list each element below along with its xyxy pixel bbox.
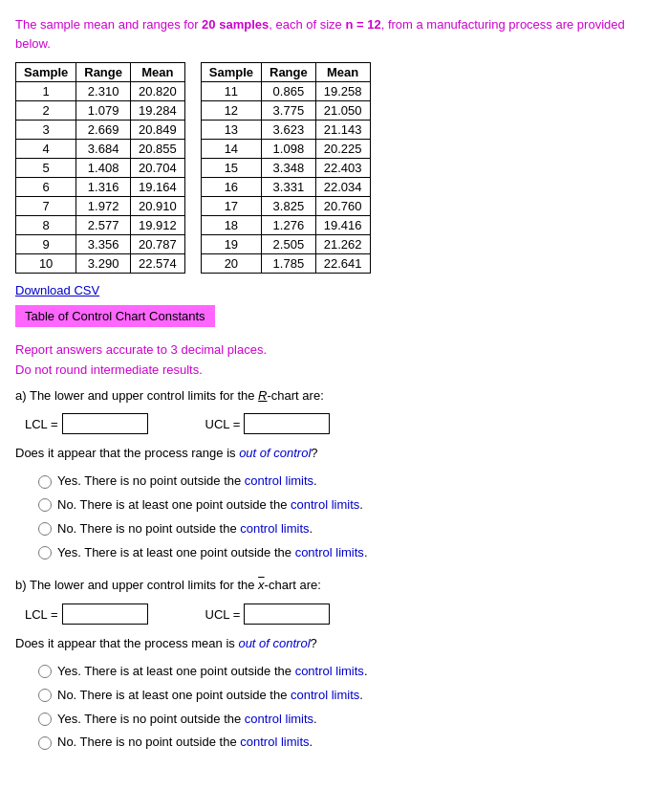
table-cell: 19.258: [315, 82, 370, 101]
section-b-ucl-input[interactable]: [244, 604, 330, 625]
section-a-question-prefix: Does it appear that the process range is: [15, 446, 239, 460]
radio-item: No. There is no point outside the contro…: [38, 519, 632, 539]
table-row: 123.77521.050: [201, 101, 370, 121]
section-b-question-italic: out of control: [238, 636, 310, 650]
radio-label[interactable]: No. There is no point outside the contro…: [57, 733, 313, 753]
section-b-lcl-input[interactable]: [62, 604, 148, 625]
radio-label[interactable]: No. There is at least one point outside …: [57, 686, 363, 706]
table-cell: 9: [16, 235, 76, 254]
table-row: 12.31020.820: [16, 82, 185, 101]
section-a-lcl-label: LCL =: [25, 417, 58, 431]
col-header-range-l: Range: [76, 63, 131, 82]
radio-input[interactable]: [38, 522, 52, 536]
section-b: b) The lower and upper control limits fo…: [15, 576, 632, 753]
col-header-mean-l: Mean: [130, 63, 184, 82]
radio-input[interactable]: [38, 713, 52, 726]
table-cell: 3.684: [76, 140, 131, 159]
table-row: 32.66920.849: [16, 121, 185, 140]
radio-item: Yes. There is no point outside the contr…: [38, 710, 632, 730]
table-cell: 3.348: [262, 159, 316, 178]
table-cell: 21.262: [315, 235, 370, 254]
table-cell: 21.050: [315, 101, 370, 121]
table-cell: 20.910: [130, 197, 184, 216]
table-cell: 12: [201, 101, 261, 121]
table-cell: 3.623: [262, 121, 316, 140]
table-cell: 22.403: [315, 159, 370, 178]
table-cell: 16: [201, 178, 261, 197]
radio-label[interactable]: Yes. There is at least one point outside…: [57, 543, 368, 563]
table-cell: 15: [201, 159, 261, 178]
control-chart-constants-button[interactable]: Table of Control Chart Constants: [15, 305, 215, 327]
radio-item: No. There is no point outside the contro…: [38, 733, 632, 753]
section-a-options: Yes. There is no point outside the contr…: [38, 472, 632, 562]
table-cell: 14: [201, 140, 261, 159]
table-cell: 20.855: [130, 140, 184, 159]
radio-input[interactable]: [38, 546, 52, 560]
tables-container: Sample Range Mean 12.31020.82021.07919.2…: [15, 62, 632, 274]
radio-label[interactable]: Yes. There is no point outside the contr…: [57, 710, 317, 730]
section-b-question: Does it appear that the process mean is …: [15, 634, 632, 654]
table-cell: 1.785: [262, 254, 316, 274]
section-a-lcl-ucl: LCL = UCL =: [25, 413, 632, 434]
table-cell: 11: [201, 82, 261, 101]
intro-text: The sample mean and ranges for 20 sample…: [15, 15, 632, 53]
table-cell: 2.577: [76, 216, 131, 235]
radio-input[interactable]: [38, 665, 52, 678]
section-b-question-suffix: ?: [311, 636, 317, 650]
radio-input[interactable]: [38, 475, 52, 489]
table-cell: 2.669: [76, 121, 131, 140]
table-row: 93.35620.787: [16, 235, 185, 254]
table-cell: 20.849: [130, 121, 184, 140]
radio-input[interactable]: [38, 736, 52, 750]
section-b-lcl-label: LCL =: [25, 607, 58, 622]
table-row: 110.86519.258: [201, 82, 370, 101]
radio-item: No. There is at least one point outside …: [38, 495, 632, 516]
radio-input[interactable]: [38, 498, 52, 512]
table-cell: 20.760: [315, 197, 370, 216]
table-row: 82.57719.912: [16, 216, 185, 235]
instructions: Report answers accurate to 3 decimal pla…: [15, 340, 632, 381]
radio-label[interactable]: Yes. There is no point outside the contr…: [57, 472, 317, 492]
table-cell: 0.865: [262, 82, 316, 101]
radio-label[interactable]: No. There is no point outside the contro…: [57, 519, 313, 539]
table-row: 163.33122.034: [201, 178, 370, 197]
table-cell: 1.098: [262, 140, 316, 159]
section-a-question: Does it appear that the process range is…: [15, 444, 632, 464]
table-row: 133.62321.143: [201, 121, 370, 140]
section-b-suffix: -chart are:: [265, 578, 321, 592]
section-a-ucl-label: UCL =: [205, 417, 241, 431]
section-a-prefix: a) The lower and upper control limits fo…: [15, 388, 258, 403]
col-header-sample-l: Sample: [16, 63, 76, 82]
radio-input[interactable]: [38, 689, 52, 702]
table-cell: 19.912: [130, 216, 184, 235]
table-cell: 1.276: [262, 216, 316, 235]
table-cell: 3.290: [76, 254, 131, 274]
table-cell: 19.284: [130, 101, 184, 121]
table-row: 103.29022.574: [16, 254, 185, 274]
section-b-ucl-label: UCL =: [205, 607, 241, 622]
radio-label[interactable]: Yes. There is at least one point outside…: [57, 662, 368, 682]
section-a-lcl-input[interactable]: [62, 413, 148, 434]
table-row: 61.31619.164: [16, 178, 185, 197]
section-b-title: b) The lower and upper control limits fo…: [15, 576, 632, 596]
table-cell: 18: [201, 216, 261, 235]
col-header-mean-r: Mean: [315, 63, 370, 82]
table-cell: 7: [16, 197, 76, 216]
section-a-suffix: -chart are:: [268, 388, 324, 403]
table-row: 43.68420.855: [16, 140, 185, 159]
table-cell: 22.034: [315, 178, 370, 197]
instruction-line2: Do not round intermediate results.: [15, 361, 632, 381]
table-cell: 20: [201, 254, 261, 274]
col-header-sample-r: Sample: [201, 63, 261, 82]
table-cell: 21.143: [315, 121, 370, 140]
table-cell: 13: [201, 121, 261, 140]
section-a-lcl-item: LCL =: [25, 413, 148, 434]
radio-label[interactable]: No. There is at least one point outside …: [57, 495, 363, 516]
download-csv-link[interactable]: Download CSV: [15, 283, 99, 297]
table-cell: 3.825: [262, 197, 316, 216]
radio-item: Yes. There is at least one point outside…: [38, 543, 632, 563]
section-a-ucl-input[interactable]: [244, 413, 330, 434]
section-b-ucl-item: UCL =: [205, 604, 331, 625]
section-a-chart-label: R: [258, 388, 267, 403]
table-cell: 1: [16, 82, 76, 101]
